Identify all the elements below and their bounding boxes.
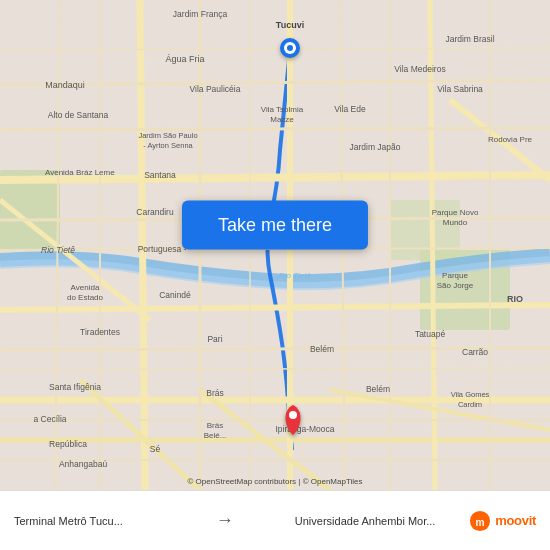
svg-text:Tatuapé: Tatuapé — [415, 329, 446, 339]
svg-text:Portuguesa -: Portuguesa - — [138, 244, 187, 254]
svg-text:Jardim França: Jardim França — [173, 9, 228, 19]
svg-text:© OpenStreetMap contributors |: © OpenStreetMap contributors | © OpenMap… — [188, 477, 363, 486]
svg-text:RIO: RIO — [507, 294, 523, 304]
svg-text:Jardim São Paulo: Jardim São Paulo — [138, 131, 197, 140]
svg-text:Vila Gomes: Vila Gomes — [451, 390, 490, 399]
take-me-there-button[interactable]: Take me there — [182, 201, 368, 250]
svg-text:Vila Tsolmia: Vila Tsolmia — [261, 105, 304, 114]
svg-line-17 — [0, 128, 550, 130]
svg-text:Tucuvi: Tucuvi — [276, 20, 304, 30]
svg-text:Ipiranga-Mooca: Ipiranga-Mooca — [275, 424, 334, 434]
svg-text:Anhangabaú: Anhangabaú — [59, 459, 107, 469]
svg-text:Pari: Pari — [207, 334, 222, 344]
svg-text:República: República — [49, 439, 87, 449]
svg-text:Belém: Belém — [366, 384, 390, 394]
moovit-logo: m moovit — [469, 510, 536, 532]
svg-text:Santana: Santana — [144, 170, 176, 180]
svg-text:Parque Novo: Parque Novo — [432, 208, 479, 217]
svg-text:Carrão: Carrão — [462, 347, 488, 357]
svg-text:Rio Tietê: Rio Tietê — [41, 245, 75, 255]
svg-text:Santa Ifigênia: Santa Ifigênia — [49, 382, 101, 392]
svg-text:Avenida: Avenida — [71, 283, 100, 292]
svg-text:- Ayrton Senna: - Ayrton Senna — [143, 141, 193, 150]
svg-text:Parque: Parque — [442, 271, 468, 280]
map-container: Mandaqui Água Fria Alto de Santana Vila … — [0, 0, 550, 490]
svg-text:Mandaqui: Mandaqui — [45, 80, 85, 90]
svg-text:Mazze: Mazze — [270, 115, 294, 124]
route-arrow-icon: → — [208, 510, 242, 531]
svg-text:Sé: Sé — [150, 444, 161, 454]
moovit-logo-text: moovit — [495, 513, 536, 528]
svg-text:Belé...: Belé... — [204, 431, 227, 440]
svg-text:Belém: Belém — [310, 344, 334, 354]
svg-text:Tiradentes: Tiradentes — [80, 327, 120, 337]
svg-point-80 — [287, 45, 293, 51]
svg-text:Rio Tietê: Rio Tietê — [279, 271, 311, 280]
svg-text:Vila Paulicéia: Vila Paulicéia — [190, 84, 241, 94]
svg-text:Canindé: Canindé — [159, 290, 191, 300]
svg-point-82 — [289, 411, 297, 419]
bottom-bar: Terminal Metrô Tucu... → Universidade An… — [0, 490, 550, 550]
svg-text:Água Fria: Água Fria — [165, 54, 204, 64]
svg-text:São Jorge: São Jorge — [437, 281, 474, 290]
svg-text:Vila Ede: Vila Ede — [334, 104, 366, 114]
svg-text:Brás: Brás — [206, 388, 223, 398]
svg-text:Mundo: Mundo — [443, 218, 468, 227]
svg-text:Brás: Brás — [207, 421, 223, 430]
svg-text:Cardim: Cardim — [458, 400, 482, 409]
svg-text:Avenida Bráz Leme: Avenida Bráz Leme — [45, 168, 115, 177]
moovit-logo-icon: m — [469, 510, 491, 532]
svg-text:Vila Medeiros: Vila Medeiros — [394, 64, 445, 74]
svg-text:do Estado: do Estado — [67, 293, 104, 302]
svg-text:Vila Sabrina: Vila Sabrina — [437, 84, 483, 94]
svg-text:Rodovia Pre: Rodovia Pre — [488, 135, 533, 144]
svg-text:m: m — [476, 516, 485, 527]
svg-text:Jardim Brasil: Jardim Brasil — [445, 34, 494, 44]
route-to-label: Universidade Anhembi Mor... — [265, 515, 435, 527]
svg-text:Carandiru: Carandiru — [136, 207, 174, 217]
svg-text:Jardim Japão: Jardim Japão — [349, 142, 400, 152]
svg-text:a Cecília: a Cecília — [33, 414, 66, 424]
svg-text:Alto de Santana: Alto de Santana — [48, 110, 109, 120]
route-from-label: Terminal Metrô Tucu... — [14, 515, 184, 527]
